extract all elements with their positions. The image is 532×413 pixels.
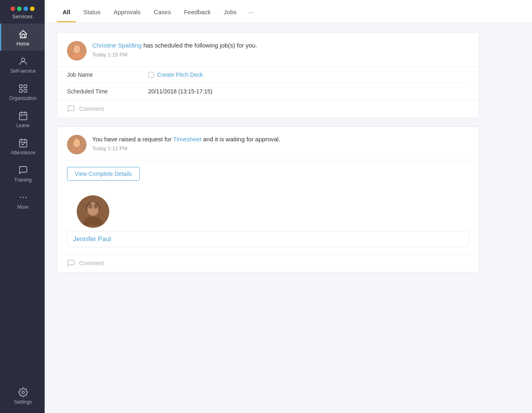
sidebar: Services Home Self-service Organization … (0, 0, 45, 413)
card-1: Christine Spalding has scheduled the fol… (57, 32, 479, 118)
dot-yellow (30, 6, 35, 11)
svg-point-16 (25, 197, 26, 198)
card-1-comment[interactable]: Comment (57, 99, 479, 118)
sidebar-item-label-self-service: Self-service (10, 68, 36, 74)
settings-icon (18, 387, 28, 397)
card-2-message-suffix: and it is waiting for approval. (201, 136, 280, 143)
svg-point-31 (88, 203, 92, 209)
svg-point-22 (74, 45, 80, 52)
sidebar-item-label-settings: Settings (14, 399, 32, 405)
dot-green (17, 6, 22, 11)
card-1-row-1: Job Name Create Pitch Deck (67, 67, 469, 83)
logo-dots (11, 6, 35, 11)
avatar-1-image (67, 41, 87, 61)
avatar-3-image (77, 195, 109, 228)
card-1-avatar (67, 41, 87, 61)
card-1-job-link[interactable]: Create Pitch Deck (157, 71, 203, 78)
sidebar-item-label-training: Training (14, 177, 32, 183)
svg-rect-4 (24, 89, 27, 92)
avatar-2-image (67, 135, 87, 154)
card-2-person: Jennifer Paul (57, 187, 479, 254)
card-1-checkbox[interactable] (148, 72, 154, 78)
card-1-label-job: Job Name (67, 71, 148, 78)
training-icon (18, 165, 28, 175)
tab-status[interactable]: Status (78, 0, 106, 22)
more-icon (18, 192, 28, 202)
svg-rect-3 (19, 89, 22, 92)
card-2-comment[interactable]: Comment (57, 254, 479, 272)
card-2-message-link[interactable]: Timesheet (173, 136, 201, 143)
card-1-time: Today 1:15 PM (92, 52, 469, 58)
home-icon (18, 29, 28, 39)
card-1-header-text: Christine Spalding has scheduled the fol… (92, 41, 469, 58)
svg-rect-5 (19, 112, 27, 120)
card-2-comment-placeholder: Comment (79, 260, 104, 266)
sidebar-item-more[interactable]: More (0, 187, 45, 214)
card-2: You have raised a request for Timesheet … (57, 126, 479, 272)
card-2-person-box: Jennifer Paul (67, 231, 469, 247)
card-1-label-time: Scheduled Time (67, 88, 148, 95)
card-1-comment-placeholder: Comment (79, 106, 104, 112)
svg-rect-10 (19, 140, 27, 147)
sidebar-item-settings[interactable]: Settings (0, 382, 45, 413)
comment-icon-2 (67, 259, 75, 267)
svg-point-26 (74, 139, 80, 146)
svg-point-14 (19, 197, 21, 198)
dot-blue (24, 6, 28, 11)
tabs-bar: All Status Approvals Cases Feedback Jobs… (45, 0, 532, 23)
sidebar-item-label-attendance: Attendance (11, 150, 35, 156)
self-service-icon (18, 56, 28, 66)
sidebar-item-label-leave: Leave (16, 123, 30, 128)
card-1-value-job: Create Pitch Deck (148, 71, 203, 78)
card-1-poster-name[interactable]: Christine Spalding (92, 42, 142, 49)
sidebar-item-self-service[interactable]: Self-service (0, 51, 45, 78)
svg-point-17 (22, 391, 24, 394)
card-2-person-name[interactable]: Jennifer Paul (73, 236, 111, 242)
sidebar-logo: Services (0, 0, 45, 24)
card-2-header-text: You have raised a request for Timesheet … (92, 135, 469, 151)
tab-all[interactable]: All (57, 0, 76, 22)
sidebar-item-home[interactable]: Home (0, 24, 45, 51)
card-1-message-text: has scheduled the following job(s) for y… (142, 42, 257, 49)
sidebar-item-organization[interactable]: Organization (0, 78, 45, 105)
card-1-table: Job Name Create Pitch Deck Scheduled Tim… (57, 66, 479, 99)
sidebar-item-training[interactable]: Training (0, 160, 45, 187)
svg-point-15 (22, 197, 24, 198)
tab-approvals[interactable]: Approvals (108, 0, 147, 22)
card-1-value-time: 20/11/2018 (13:15-17:15) (148, 88, 212, 95)
organization-icon (18, 84, 28, 93)
sidebar-logo-label: Services (12, 13, 32, 19)
main-content: All Status Approvals Cases Feedback Jobs… (45, 0, 532, 413)
card-2-header: You have raised a request for Timesheet … (57, 127, 479, 160)
card-1-message: Christine Spalding has scheduled the fol… (92, 41, 469, 50)
card-2-action: View Complete Details (57, 160, 479, 187)
sidebar-item-attendance[interactable]: Attendance (0, 132, 45, 160)
feed: Christine Spalding has scheduled the fol… (45, 23, 491, 290)
sidebar-item-label-organization: Organization (9, 95, 37, 101)
tab-jobs[interactable]: Jobs (218, 0, 242, 22)
card-2-time: Today 1:11 PM (92, 145, 469, 151)
card-2-avatar (67, 135, 87, 154)
svg-point-32 (94, 203, 98, 209)
attendance-icon (18, 138, 28, 148)
card-1-row-2: Scheduled Time 20/11/2018 (13:15-17:15) (67, 83, 469, 99)
tab-cases[interactable]: Cases (148, 0, 177, 22)
card-2-person-avatar (77, 195, 109, 228)
sidebar-item-label-more: More (17, 204, 28, 210)
comment-icon-1 (67, 105, 75, 113)
svg-rect-1 (19, 85, 22, 88)
sidebar-item-leave[interactable]: Leave (0, 105, 45, 132)
card-1-header: Christine Spalding has scheduled the fol… (57, 33, 479, 66)
card-2-message-prefix: You have raised a request for (92, 136, 173, 143)
leave-icon (18, 111, 28, 121)
svg-point-0 (22, 58, 25, 61)
card-2-message: You have raised a request for Timesheet … (92, 135, 469, 144)
dot-red (11, 6, 15, 11)
view-complete-details-button[interactable]: View Complete Details (67, 167, 140, 181)
svg-rect-2 (24, 85, 27, 88)
sidebar-item-label-home: Home (16, 41, 29, 47)
tab-more[interactable]: ··· (244, 0, 258, 22)
tab-feedback[interactable]: Feedback (178, 0, 216, 22)
